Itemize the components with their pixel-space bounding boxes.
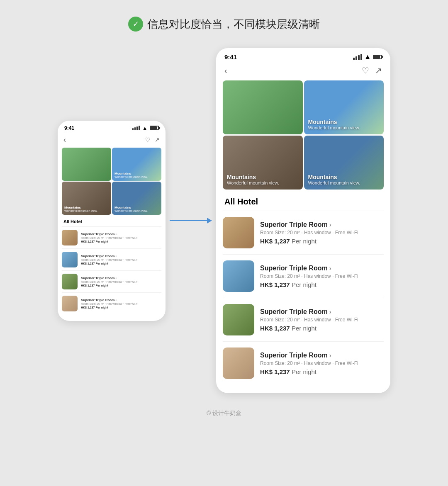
section-title-small: All Hotel — [58, 215, 166, 226]
top-badge: ✓ 信息对比度恰当，不同模块层级清晰 — [128, 17, 320, 32]
hotel-detail-small-3: Room Size: 20 m² · Has window · Free Wi-… — [81, 280, 161, 283]
signal-icon-big — [353, 54, 362, 60]
hotel-thumb-small-4 — [62, 296, 78, 311]
nav-icons-small: ♡ ↗ — [145, 136, 160, 143]
hotel-thumb-small-1 — [62, 230, 78, 245]
share-button-small[interactable]: ↗ — [155, 136, 160, 143]
nav-bar-small: ‹ ♡ ↗ — [58, 134, 166, 148]
photo-subtitle-big-2: Wonderful mountain view. — [308, 125, 360, 130]
direction-arrow — [170, 218, 212, 224]
nav-bar-big: ‹ ♡ ↗ — [216, 64, 390, 80]
hotel-price-big-3: HK$ 1,237 Per night — [260, 325, 384, 332]
hotel-name-big-3: Superior Triple Room › — [260, 308, 384, 316]
hotel-detail-small-4: Room Size: 20 m² · Has window · Free Wi-… — [81, 302, 161, 305]
hotel-item-small-1[interactable]: Superior Triple Room › Room Size: 20 m² … — [62, 226, 161, 248]
hotel-thumb-big-2 — [223, 260, 254, 292]
hotel-item-big-1[interactable]: Superior Triple Room › Room Size: 20 m² … — [223, 211, 384, 254]
chevron-icon-1: › — [329, 221, 331, 228]
photo-title-big-4: Mountains — [308, 174, 360, 180]
hotel-price-small-2: HK$ 1,237 Per night — [81, 262, 161, 265]
hotel-thumb-small-2 — [62, 252, 78, 267]
hotel-thumb-small-3 — [62, 274, 78, 289]
hotel-item-big-2[interactable]: Superior Triple Room › Room Size: 20 m² … — [223, 254, 384, 298]
hotel-list-small: Superior Triple Room › Room Size: 20 m² … — [58, 226, 166, 321]
hotel-detail-small-2: Room Size: 20 m² · Has window · Free Wi-… — [81, 258, 161, 261]
photo-item-small-4[interactable]: Mountains Wonderful mountain view. — [112, 182, 161, 215]
hotel-detail-big-3: Room Size: 20 m² · Has window · Free Wi-… — [260, 317, 384, 323]
hotel-item-small-3[interactable]: Superior Triple Room › Room Size: 20 m² … — [62, 270, 161, 292]
photo-title-big-3: Mountains — [227, 174, 279, 180]
photo-item-big-1[interactable] — [223, 80, 303, 134]
hotel-price-big-2: HK$ 1,237 Per night — [260, 281, 384, 288]
chevron-icon-4: › — [329, 352, 331, 359]
hotel-item-big-3[interactable]: Superior Triple Room › Room Size: 20 m² … — [223, 298, 384, 341]
photo-subtitle-small-4: Wonderful mountain view. — [114, 209, 148, 212]
battery-icon-big — [373, 55, 382, 59]
hotel-item-small-2[interactable]: Superior Triple Room › Room Size: 20 m² … — [62, 248, 161, 270]
chevron-icon-3: › — [329, 309, 331, 315]
photo-grid-big: Mountains Wonderful mountain view. Mount… — [216, 80, 390, 190]
photo-subtitle-big-4: Wonderful mountain view. — [308, 180, 360, 185]
hotel-price-small-3: HK$ 1,237 Per night — [81, 284, 161, 287]
hotel-item-big-4[interactable]: Superior Triple Room › Room Size: 20 m² … — [223, 341, 384, 385]
photo-item-big-3[interactable]: Mountains Wonderful mountain view. — [223, 136, 303, 190]
time-small: 9:41 — [64, 125, 74, 131]
hotel-price-small-4: HK$ 1,237 Per night — [81, 306, 161, 309]
hotel-detail-small-1: Room Size: 20 m² · Has window · Free Wi-… — [81, 236, 161, 239]
hotel-name-small-2: Superior Triple Room › — [81, 254, 161, 258]
heart-button-small[interactable]: ♡ — [145, 136, 151, 143]
hotel-name-big-1: Superior Triple Room › — [260, 221, 384, 228]
phone-small: 9:41 ▲ ‹ ♡ ↗ — [58, 121, 166, 321]
hotel-thumb-big-1 — [223, 217, 254, 248]
wifi-icon-big: ▲ — [364, 53, 371, 61]
photo-subtitle-small-2: Wonderful mountain view. — [114, 175, 148, 178]
wifi-icon-small: ▲ — [142, 125, 148, 131]
hotel-list-big: Superior Triple Room › Room Size: 20 m² … — [216, 211, 390, 393]
hotel-thumb-big-4 — [223, 347, 254, 379]
photo-subtitle-big-3: Wonderful mountain view. — [227, 180, 279, 185]
hotel-name-small-3: Superior Triple Room › — [81, 276, 161, 280]
check-icon: ✓ — [128, 17, 143, 32]
photo-title-small-2: Mountains — [114, 172, 148, 175]
nav-icons-big: ♡ ↗ — [362, 66, 382, 75]
main-content: 9:41 ▲ ‹ ♡ ↗ — [8, 48, 440, 393]
footer: © 设计牛奶盒 — [207, 410, 241, 417]
photo-grid-small: Mountains Wonderful mountain view. Mount… — [58, 148, 166, 215]
photo-title-small-3: Mountains — [64, 206, 97, 209]
time-big: 9:41 — [224, 53, 237, 61]
badge-text: 信息对比度恰当，不同模块层级清晰 — [147, 17, 320, 32]
hotel-name-big-2: Superior Triple Room › — [260, 265, 384, 272]
hotel-detail-big-2: Room Size: 20 m² · Has window · Free Wi-… — [260, 273, 384, 279]
signal-icon-small — [132, 126, 140, 130]
hotel-price-big-4: HK$ 1,237 Per night — [260, 368, 384, 375]
photo-subtitle-small-3: Wonderful mountain view. — [64, 209, 97, 212]
hotel-thumb-big-3 — [223, 304, 254, 335]
photo-item-small-1[interactable] — [62, 148, 111, 181]
hotel-detail-big-1: Room Size: 20 m² · Has window · Free Wi-… — [260, 230, 384, 236]
photo-item-small-3[interactable]: Mountains Wonderful mountain view. — [62, 182, 111, 215]
photo-item-big-2[interactable]: Mountains Wonderful mountain view. — [304, 80, 384, 134]
chevron-icon-2: › — [329, 265, 331, 272]
hotel-item-small-4[interactable]: Superior Triple Room › Room Size: 20 m² … — [62, 292, 161, 314]
hotel-name-big-4: Superior Triple Room › — [260, 352, 384, 359]
phone-big: 9:41 ▲ ‹ ♡ ↗ — [216, 48, 390, 393]
status-icons-small: ▲ — [132, 125, 159, 131]
photo-item-big-4[interactable]: Mountains Wonderful mountain view. — [304, 136, 384, 190]
back-button-big[interactable]: ‹ — [224, 66, 227, 75]
hotel-price-small-1: HK$ 1,237 Per night — [81, 240, 161, 243]
status-icons-big: ▲ — [353, 53, 382, 61]
hotel-price-big-1: HK$ 1,237 Per night — [260, 238, 384, 245]
status-bar-small: 9:41 ▲ — [58, 121, 166, 134]
hotel-name-small-1: Superior Triple Room › — [81, 232, 161, 236]
heart-button-big[interactable]: ♡ — [362, 66, 369, 75]
hotel-detail-big-4: Room Size: 20 m² · Has window · Free Wi-… — [260, 360, 384, 366]
battery-icon-small — [150, 126, 159, 130]
arrow-container — [166, 218, 216, 224]
photo-title-big-2: Mountains — [308, 119, 360, 125]
photo-item-small-2[interactable]: Mountains Wonderful mountain view. — [112, 148, 161, 181]
section-title-big: All Hotel — [216, 190, 390, 211]
status-bar-big: 9:41 ▲ — [216, 48, 390, 64]
hotel-name-small-4: Superior Triple Room › — [81, 298, 161, 302]
share-button-big[interactable]: ↗ — [375, 66, 382, 75]
back-button-small[interactable]: ‹ — [63, 136, 66, 144]
